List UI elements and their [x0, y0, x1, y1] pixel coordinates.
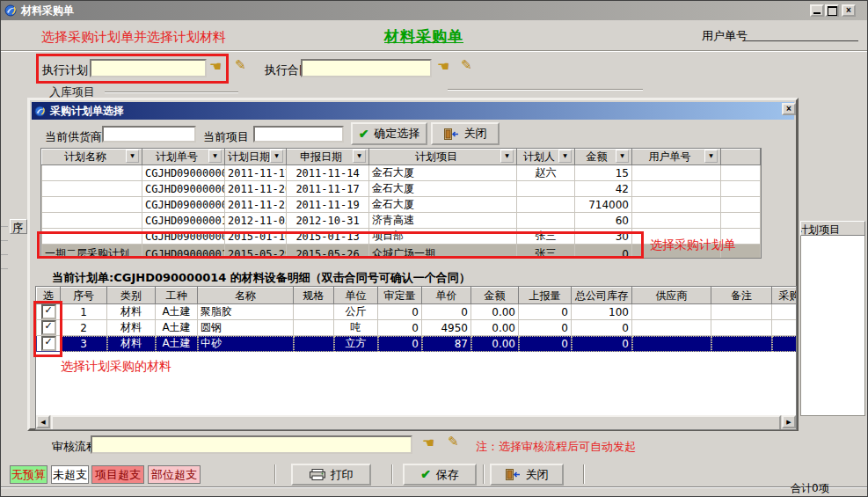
- dialog-close-label: 关闭: [464, 126, 487, 142]
- column-header: 总公司库存: [572, 288, 632, 304]
- background-table-area: [800, 236, 865, 416]
- close-icon: ×: [786, 105, 791, 113]
- material-row[interactable]: ✓ 2材料A土建圆钢吨049500.0000: [37, 320, 798, 336]
- toolbar-separator: [583, 464, 585, 484]
- column-header: 选: [37, 288, 61, 304]
- save-button[interactable]: ✔ 保存: [403, 464, 477, 486]
- exec-plan-input[interactable]: [90, 59, 207, 77]
- supplier-label: 当前供货商: [45, 129, 102, 145]
- dialog-close-button-2[interactable]: 关闭: [431, 122, 500, 145]
- select-plan-annotation: 选择采购计划单: [650, 238, 736, 253]
- dialog-titlebar: 采购计划单选择: [32, 102, 794, 120]
- check-icon: ✔: [420, 469, 431, 480]
- filter-dropdown-icon[interactable]: ▼: [126, 150, 139, 163]
- printer-icon: [310, 469, 325, 480]
- plan-row[interactable]: CGJHD0900000022011-11-202011-11-17金石大厦42: [42, 181, 761, 197]
- dialog-close-button[interactable]: ×: [782, 103, 796, 115]
- user-no-underline: [744, 40, 858, 41]
- horizontal-scrollbar[interactable]: ◀ ▶: [36, 414, 796, 429]
- column-header[interactable]: ▼计划人: [517, 150, 575, 165]
- app-icon: [4, 4, 17, 17]
- print-button[interactable]: 打印: [291, 464, 371, 486]
- approve-flow-input[interactable]: [91, 435, 412, 454]
- plan-table-header-row: ▼计划名称 ▼计划单号 ▼计划日期 ▼申报日期 ▼计划项目 ▼计划人 ▼金额 ▼…: [42, 150, 761, 165]
- toolbar-separator: [274, 464, 276, 484]
- minimize-button[interactable]: [810, 4, 824, 17]
- filter-dropdown-icon[interactable]: ▼: [704, 150, 718, 163]
- filter-dropdown-icon[interactable]: ▼: [353, 150, 366, 163]
- filter-dropdown-icon[interactable]: ▼: [558, 150, 572, 163]
- plan-row[interactable]: CGJHD0900000042011-11-222011-11-19金石大厦71…: [42, 197, 761, 213]
- save-label: 保存: [436, 467, 459, 483]
- row-checkbox[interactable]: ✓: [41, 304, 56, 319]
- select-material-annotation: 选择计划采购的材料: [61, 359, 171, 375]
- confirm-select-button[interactable]: ✔ 确定选择: [351, 122, 427, 145]
- scroll-right-button[interactable]: ▶: [782, 415, 796, 428]
- row-checkbox[interactable]: ✓: [41, 336, 56, 351]
- edit-pencil-icon[interactable]: ✎: [448, 435, 459, 448]
- column-header[interactable]: ▼金额: [575, 150, 632, 165]
- select-hand-icon[interactable]: ☚: [437, 61, 449, 73]
- background-gridline: [1, 240, 8, 241]
- column-header: 工种: [156, 288, 198, 304]
- checkbox-check-icon: ✓: [44, 320, 52, 332]
- close-window-button[interactable]: 关闭: [490, 464, 564, 486]
- plan-row[interactable]: CGJHD0900000012011-11-172011-11-14金石大厦赵六…: [42, 165, 761, 181]
- dialog-title: 采购计划单选择: [50, 104, 124, 119]
- status-flag-no-budget: 无预算: [10, 465, 47, 484]
- status-flag-part-over: 部位超支: [148, 465, 201, 484]
- background-line: [105, 91, 238, 93]
- top-annotation: 选择采购计划单并选择计划材料: [41, 29, 226, 46]
- minimize-icon: [813, 6, 821, 14]
- plan-row[interactable]: CGJHD0900000112012-11-032012-10-31济青高速60: [42, 213, 761, 229]
- main-window: 材料采购单 × 选择采购计划单并选择计划材料 材料采购单 用户单号 执行计划 ☚…: [0, 0, 868, 497]
- column-header[interactable]: ▼计划名称: [42, 150, 142, 165]
- select-hand-icon[interactable]: ☚: [209, 61, 222, 73]
- user-no-label: 用户单号: [702, 28, 748, 44]
- background-line: [448, 89, 643, 91]
- maximize-button[interactable]: [825, 4, 839, 17]
- column-header[interactable]: ▼用户单号: [632, 150, 721, 165]
- detail-section-title: 当前计划单:CGJHD090000014 的材料设备明细（双击合同号可确认一个合…: [52, 270, 470, 286]
- statusbar-divider-light: [1, 487, 868, 488]
- column-header: 供应商: [632, 288, 711, 304]
- filter-dropdown-icon[interactable]: ▼: [208, 150, 222, 163]
- scrollbar-thumb[interactable]: [51, 415, 781, 430]
- header-divider: [1, 50, 868, 52]
- maximize-icon: [828, 6, 837, 16]
- supplier-input[interactable]: [102, 126, 196, 143]
- exec-plan-label: 执行计划: [42, 62, 88, 78]
- total-count: 合计0项: [791, 481, 829, 496]
- arrow-right-icon: ▶: [786, 419, 791, 425]
- column-header: 单价: [422, 288, 471, 304]
- window-title: 材料采购单: [21, 4, 74, 18]
- select-hand-icon[interactable]: ☚: [422, 437, 434, 449]
- column-header-filler: [721, 150, 761, 165]
- material-row[interactable]: ✓ 1材料A土建聚脂胶公斤000.000100: [37, 304, 798, 320]
- project-input[interactable]: [253, 126, 344, 143]
- column-header[interactable]: ▼计划日期: [225, 150, 287, 165]
- filter-dropdown-icon[interactable]: ▼: [616, 150, 629, 163]
- edit-pencil-icon[interactable]: ✎: [461, 59, 472, 71]
- material-row-selected[interactable]: ✓ 3材料A土建中砂立方0870.0000: [37, 336, 798, 352]
- filter-dropdown-icon[interactable]: ▼: [270, 150, 283, 163]
- toolbar-separator: [483, 464, 485, 484]
- exec-contract-input[interactable]: [301, 59, 432, 77]
- background-column-header-right: 计划项目: [800, 221, 865, 236]
- background-column-header-left: 序: [10, 219, 27, 234]
- column-header[interactable]: ▼申报日期: [287, 150, 369, 165]
- status-flag-project-over: 项目超支: [91, 465, 144, 484]
- column-header: 序号: [61, 288, 107, 304]
- edit-pencil-icon[interactable]: ✎: [235, 59, 246, 71]
- column-header: 上报量: [519, 288, 572, 304]
- column-header[interactable]: ▼计划项目: [369, 150, 517, 165]
- filter-dropdown-icon[interactable]: ▼: [500, 150, 514, 163]
- check-icon: ✔: [359, 128, 369, 140]
- close-button[interactable]: ×: [842, 4, 856, 17]
- column-header[interactable]: ▼计划单号: [142, 150, 225, 165]
- column-header: 类别: [107, 288, 156, 304]
- toolbar-separator: [391, 464, 393, 484]
- column-header: 规格: [294, 288, 334, 304]
- row-checkbox[interactable]: ✓: [41, 320, 56, 335]
- scroll-left-button[interactable]: ◀: [36, 415, 50, 428]
